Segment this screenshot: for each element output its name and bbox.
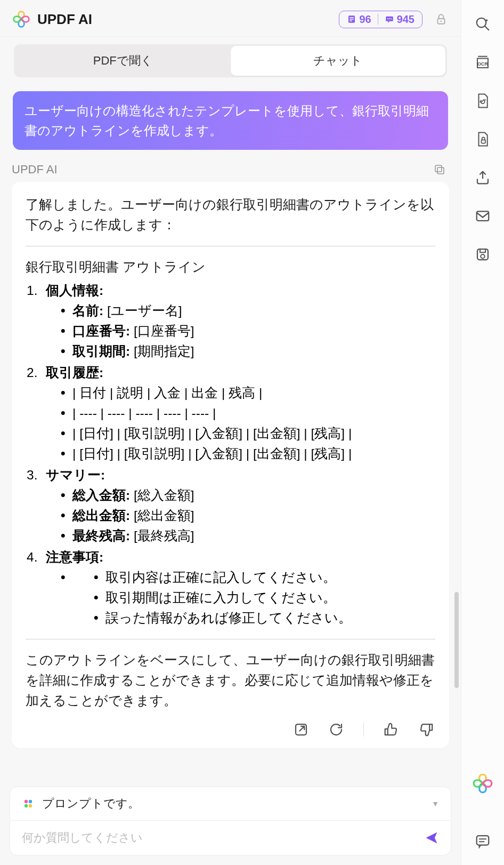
- copy-icon[interactable]: [433, 163, 446, 176]
- user-message: ユーザー向けの構造化されたテンプレートを使用して、銀行取引明細書のアウトラインを…: [13, 91, 448, 150]
- msg-count: 945: [397, 13, 414, 26]
- svg-point-16: [29, 804, 32, 807]
- chevron-down-icon: ▼: [432, 799, 439, 808]
- svg-point-6: [389, 18, 390, 19]
- doc-count: 96: [359, 13, 371, 26]
- header: UPDF AI 96 945: [0, 0, 461, 37]
- tab-pdf[interactable]: PDFで聞く: [15, 46, 231, 76]
- svg-point-9: [441, 20, 442, 22]
- app-title: UPDF AI: [37, 11, 339, 28]
- chat-icon[interactable]: [475, 833, 491, 849]
- response-footer: このアウトラインをベースにして、ユーザー向けの銀行取引明細書を詳細に作成すること…: [26, 650, 435, 711]
- svg-point-22: [481, 254, 485, 259]
- svg-rect-10: [437, 167, 444, 174]
- prompt-dots-icon: [22, 797, 35, 810]
- right-toolbar: OCR: [461, 0, 504, 865]
- response-actions: [26, 711, 435, 739]
- outline-list: 個人情報: 名前: [ユーザー名] 口座番号: [口座番号] 取引期間: [期間…: [26, 281, 435, 628]
- response-intro: 了解しました。ユーザー向けの銀行取引明細書のアウトラインを以下のように作成します…: [26, 195, 435, 235]
- save-icon[interactable]: [475, 246, 491, 262]
- ocr-icon[interactable]: OCR: [475, 54, 491, 70]
- scrollbar-thumb[interactable]: [454, 592, 459, 688]
- prompt-selector[interactable]: プロンプトです。 ▼: [10, 787, 451, 821]
- svg-point-5: [387, 18, 388, 19]
- outline-title: 銀行取引明細書 アウトライン: [26, 257, 435, 277]
- svg-rect-23: [477, 836, 489, 845]
- app-logo-icon: [12, 10, 31, 29]
- input-area: プロンプトです。 ▼: [0, 779, 461, 865]
- svg-text:OCR: OCR: [477, 61, 488, 67]
- convert-icon[interactable]: [475, 93, 491, 109]
- question-input[interactable]: [22, 831, 417, 845]
- usage-chip[interactable]: 96 945: [339, 11, 422, 28]
- app-logo-small-icon[interactable]: [472, 772, 494, 795]
- search-icon[interactable]: [475, 16, 491, 32]
- mode-tabs: PDFで聞く チャット: [14, 44, 447, 77]
- svg-rect-19: [482, 140, 486, 143]
- ask-row: [10, 821, 451, 855]
- protect-icon[interactable]: [475, 131, 491, 147]
- lock-icon[interactable]: [434, 12, 448, 26]
- svg-rect-3: [350, 20, 353, 21]
- share-icon[interactable]: [293, 722, 309, 738]
- svg-rect-1: [350, 17, 354, 18]
- svg-rect-2: [350, 19, 354, 20]
- tab-chat[interactable]: チャット: [231, 46, 446, 76]
- svg-point-15: [25, 804, 28, 807]
- chat-scroll[interactable]: ユーザー向けの構造化されたテンプレートを使用して、銀行取引明細書のアウトラインを…: [0, 82, 461, 779]
- thumbs-down-icon[interactable]: [418, 722, 434, 738]
- mail-icon[interactable]: [475, 208, 491, 224]
- ai-response-card: 了解しました。ユーザー向けの銀行取引明細書のアウトラインを以下のように作成します…: [12, 182, 449, 748]
- export-icon[interactable]: [475, 170, 491, 186]
- send-icon[interactable]: [424, 830, 439, 845]
- svg-rect-20: [477, 211, 489, 221]
- main-panel: UPDF AI 96 945 PDFで聞く チャット ユーザー向けの構造化された…: [0, 0, 461, 865]
- thumbs-up-icon[interactable]: [383, 722, 399, 738]
- svg-rect-11: [435, 165, 442, 172]
- msg-count-icon: [385, 14, 394, 24]
- regenerate-icon[interactable]: [328, 722, 344, 738]
- ai-sender-label: UPDF AI: [12, 163, 433, 177]
- svg-point-14: [29, 800, 32, 803]
- svg-point-7: [391, 18, 392, 19]
- doc-count-icon: [347, 14, 356, 24]
- prompt-label: プロンプトです。: [42, 796, 424, 812]
- svg-point-13: [25, 800, 28, 803]
